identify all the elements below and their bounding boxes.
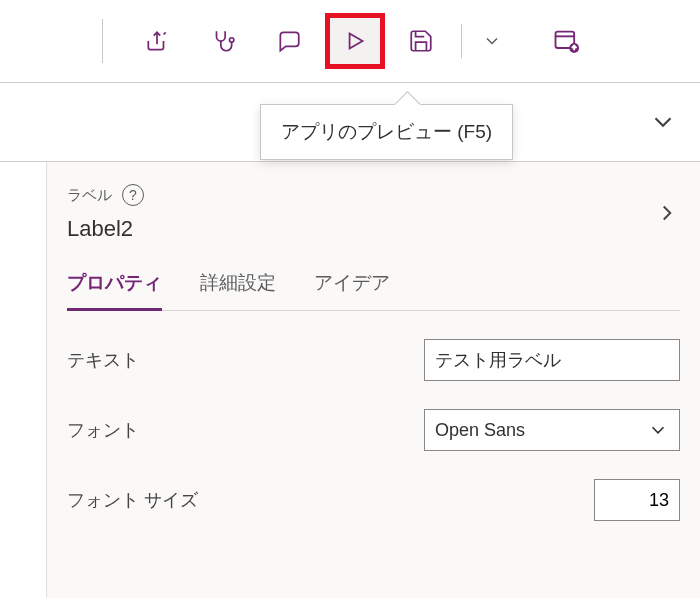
save-dropdown-button[interactable] [472, 31, 512, 51]
prop-label-fontsize: フォント サイズ [67, 488, 198, 512]
fontsize-input[interactable] [594, 479, 680, 521]
font-select[interactable]: Open Sans [424, 409, 680, 451]
tab-properties[interactable]: プロパティ [67, 270, 162, 311]
prop-label-text: テキスト [67, 348, 139, 372]
top-toolbar [0, 0, 700, 82]
save-icon [408, 28, 434, 54]
prop-row-fontsize: フォント サイズ [67, 479, 680, 521]
text-input[interactable] [424, 339, 680, 381]
panel-expand-button[interactable] [654, 200, 680, 226]
help-icon[interactable]: ? [122, 184, 144, 206]
chevron-down-icon [482, 31, 502, 51]
stethoscope-icon [210, 28, 236, 54]
share-button[interactable] [127, 13, 187, 69]
prop-row-font: フォント Open Sans [67, 409, 680, 451]
svg-point-0 [230, 38, 234, 42]
tab-advanced[interactable]: 詳細設定 [200, 270, 276, 310]
publish-button[interactable] [536, 13, 596, 69]
properties-panel: ラベル ? Label2 プロパティ 詳細設定 アイデア テキスト フォント O… [46, 162, 700, 598]
save-button[interactable] [391, 13, 451, 69]
share-icon [144, 28, 170, 54]
tab-ideas[interactable]: アイデア [314, 270, 390, 310]
control-type-label: ラベル [67, 186, 112, 205]
font-select-value: Open Sans [435, 420, 525, 441]
chevron-down-icon [647, 419, 669, 441]
toolbar-separator [461, 24, 462, 58]
preview-button[interactable] [325, 13, 385, 69]
comments-button[interactable] [259, 13, 319, 69]
control-name: Label2 [67, 216, 144, 242]
panel-header: ラベル ? Label2 [67, 184, 680, 242]
formula-expand-button[interactable] [648, 107, 678, 137]
app-checker-button[interactable] [193, 13, 253, 69]
tooltip-text: アプリのプレビュー (F5) [281, 121, 492, 142]
prop-label-font: フォント [67, 418, 139, 442]
publish-icon [552, 27, 580, 55]
play-icon [342, 28, 368, 54]
prop-row-text: テキスト [67, 339, 680, 381]
panel-tabs: プロパティ 詳細設定 アイデア [67, 270, 680, 311]
comment-icon [276, 28, 302, 54]
preview-tooltip: アプリのプレビュー (F5) [260, 104, 513, 160]
toolbar-separator [102, 19, 103, 63]
